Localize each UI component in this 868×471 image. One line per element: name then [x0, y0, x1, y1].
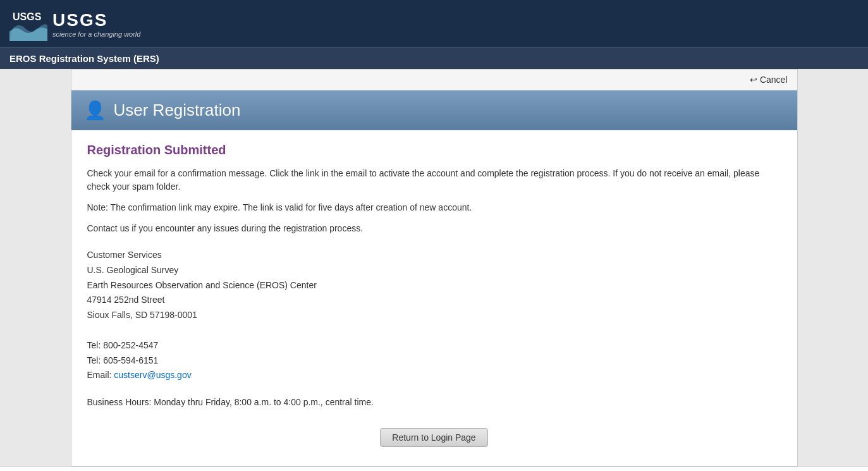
main-wrapper: ↩ Cancel 👤 User Registration Registratio…	[0, 69, 868, 467]
tel1: Tel: 800-252-4547	[87, 338, 781, 353]
svg-text:USGS: USGS	[13, 11, 42, 22]
return-to-login-button[interactable]: Return to Login Page	[380, 428, 487, 447]
footer-top: DOI Privacy Policy | Legal | Accessibili…	[0, 467, 868, 471]
address-line1: 47914 252nd Street	[87, 293, 781, 308]
logo-text-container: USGS science for a changing world	[52, 10, 140, 38]
usgs-logo-icon: USGS	[9, 6, 47, 41]
page-header: 👤 User Registration	[71, 90, 797, 130]
customer-services-label: Customer Services	[87, 248, 781, 263]
user-registration-icon: 👤	[84, 100, 106, 121]
confirmation-message: Check your email for a confirmation mess…	[87, 167, 781, 193]
logo-container: USGS USGS science for a changing world	[9, 6, 140, 41]
content-box: ↩ Cancel 👤 User Registration Registratio…	[71, 69, 798, 467]
business-hours: Business Hours: Monday thru Friday, 8:00…	[87, 396, 781, 409]
system-title: EROS Registration System (ERS)	[9, 53, 159, 64]
contact-message: Contact us if you encounter any issues d…	[87, 222, 781, 235]
address-line2: Sioux Falls, SD 57198-0001	[87, 308, 781, 323]
note-message: Note: The confirmation link may expire. …	[87, 201, 781, 214]
site-header: USGS USGS science for a changing world	[0, 0, 868, 47]
return-button-container: Return to Login Page	[87, 428, 781, 447]
page-title: User Registration	[114, 101, 241, 120]
email-label: Email:	[87, 370, 114, 380]
email-container: Email: custserv@usgs.gov	[87, 368, 781, 383]
organization-label: U.S. Geological Survey	[87, 263, 781, 278]
cancel-icon: ↩	[750, 75, 757, 85]
contact-info: Customer Services U.S. Geological Survey…	[87, 248, 781, 383]
center-label: Earth Resources Observation and Science …	[87, 278, 781, 293]
content-area: Registration Submitted Check your email …	[71, 130, 797, 466]
system-title-bar: EROS Registration System (ERS)	[0, 47, 868, 69]
registration-submitted-heading: Registration Submitted	[87, 143, 781, 157]
cancel-label: Cancel	[760, 75, 788, 85]
cancel-bar: ↩ Cancel	[71, 70, 797, 90]
logo-tagline: science for a changing world	[52, 30, 140, 38]
tel2: Tel: 605-594-6151	[87, 353, 781, 369]
logo-title: USGS	[52, 10, 140, 30]
cancel-button[interactable]: ↩ Cancel	[750, 75, 788, 85]
email-link[interactable]: custserv@usgs.gov	[114, 370, 191, 380]
